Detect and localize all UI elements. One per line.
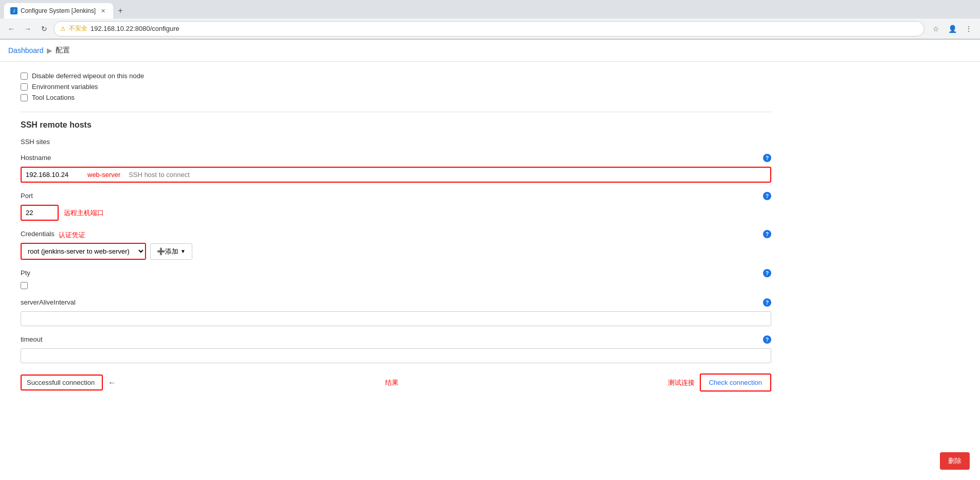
back-button[interactable]: ← [4,22,19,36]
port-input[interactable] [22,206,58,220]
check-connection-label: Check connection [709,379,762,386]
port-help-icon[interactable]: ? [763,192,771,200]
active-tab[interactable]: J Configure System [Jenkins] ✕ [4,3,113,19]
pty-group: Pty ? [21,269,771,289]
timeout-label: timeout [21,335,43,343]
credentials-annotation: 认证凭证 [59,230,85,240]
credentials-input-wrapper: root (jenkins-server to web-server) ➕添加 … [21,243,771,260]
timeout-help-icon[interactable]: ? [763,335,771,344]
timeout-group: timeout ? [21,335,771,363]
hostname-input-wrapper: web-server [21,167,771,183]
tab-label: Configure System [Jenkins] [21,7,96,14]
credentials-help-icon[interactable]: ? [763,230,771,238]
environment-variables-checkbox[interactable] [21,83,28,91]
environment-variables-label: Environment variables [32,83,98,91]
pty-checkbox[interactable] [21,282,28,289]
pty-help-icon[interactable]: ? [763,269,771,277]
divider [21,112,771,112]
add-credentials-button[interactable]: ➕添加 ▼ [150,243,192,260]
result-label-zh: 结果 [121,378,663,387]
new-tab-button[interactable]: + [113,4,128,18]
ssh-section-title: SSH remote hosts [21,120,771,130]
disable-deferred-label: Disable deferred wipeout on this node [32,72,144,80]
timeout-label-row: timeout ? [21,335,771,345]
hostname-placeholder[interactable] [124,168,770,182]
delete-button-label: 删除 [948,457,961,465]
port-field-box [21,205,59,221]
browser-chrome: J Configure System [Jenkins] ✕ + ← → ↻ ⚠… [0,0,980,40]
add-credentials-label: ➕添加 [157,247,178,256]
ssh-section: SSH remote hosts SSH sites Hostname ? we… [21,120,771,402]
ssh-sites-label: SSH sites [21,138,771,146]
hostname-group: Hostname ? web-server [21,154,771,183]
page-wrapper: Dashboard ▶ 配置 Disable deferred wipeout … [0,40,980,480]
add-btn-arrow-icon: ▼ [180,248,186,254]
insecure-label: 不安全 [69,24,87,33]
tab-bar: J Configure System [Jenkins] ✕ + [0,0,980,19]
disable-deferred-row: Disable deferred wipeout on this node [21,72,771,80]
more-options-icon[interactable]: ⋮ [961,22,976,36]
credentials-select[interactable]: root (jenkins-server to web-server) [22,244,145,259]
timeout-input[interactable] [21,348,771,363]
disable-deferred-checkbox[interactable] [21,73,28,80]
forward-button[interactable]: → [21,22,35,36]
arrow-icon: ← [108,378,116,387]
hostname-help-icon[interactable]: ? [763,154,771,162]
credentials-select-box: root (jenkins-server to web-server) [21,243,146,260]
port-label: Port [21,192,33,200]
server-alive-label: serverAliveInterval [21,298,76,306]
browser-toolbar: ← → ↻ ⚠ 不安全 192.168.10.22:8080/configure… [0,19,980,39]
pty-checkbox-row [21,282,771,289]
tab-favicon: J [10,7,17,14]
tab-close-button[interactable]: ✕ [99,7,107,15]
hostname-input[interactable] [22,168,83,182]
reload-button[interactable]: ↻ [37,22,51,36]
test-label-zh: 测试连接 [668,378,695,387]
breadcrumb-separator: ▶ [47,46,52,55]
tool-locations-checkbox[interactable] [21,94,28,101]
port-annotation: 远程主机端口 [64,208,104,218]
insecure-icon: ⚠ [60,25,66,32]
pty-label-row: Pty ? [21,269,771,279]
server-alive-input[interactable] [21,311,771,326]
bottom-row: Successfull connection ← 结果 测试连接 Check c… [21,374,771,402]
pty-label: Pty [21,269,30,277]
delete-button[interactable]: 删除 [940,452,970,470]
address-bar[interactable]: ⚠ 不安全 192.168.10.22:8080/configure [53,21,924,37]
tool-locations-label: Tool Locations [32,94,75,101]
checkbox-section: Disable deferred wipeout on this node En… [21,72,771,101]
main-content: Disable deferred wipeout on this node En… [0,62,792,412]
server-alive-label-row: serverAliveInterval ? [21,298,771,308]
environment-variables-row: Environment variables [21,83,771,91]
profile-icon[interactable]: 👤 [945,22,959,36]
credentials-label: Credentials [21,230,55,238]
breadcrumb-current: 配置 [56,46,70,55]
hostname-label-row: Hostname ? [21,154,771,164]
hostname-annotation: web-server [83,171,124,179]
port-group: Port ? 远程主机端口 [21,192,771,221]
result-text: Successfull connection [22,376,100,389]
check-connection-button[interactable]: Check connection [700,374,771,392]
url-display: 192.168.10.22:8080/configure [90,25,179,32]
credentials-label-row: Credentials 认证凭证 ? [21,230,771,240]
toolbar-icons: ☆ 👤 ⋮ [929,22,976,36]
result-box: Successfull connection [21,375,103,390]
breadcrumb-dashboard[interactable]: Dashboard [8,46,44,55]
credentials-group: Credentials 认证凭证 ? root (jenkins-server … [21,230,771,260]
port-input-wrapper: 远程主机端口 [21,205,771,221]
server-alive-help-icon[interactable]: ? [763,298,771,307]
breadcrumb: Dashboard ▶ 配置 [0,40,980,62]
port-label-row: Port ? [21,192,771,202]
hostname-label: Hostname [21,154,51,162]
tool-locations-row: Tool Locations [21,94,771,101]
server-alive-group: serverAliveInterval ? [21,298,771,326]
bookmark-icon[interactable]: ☆ [929,22,943,36]
